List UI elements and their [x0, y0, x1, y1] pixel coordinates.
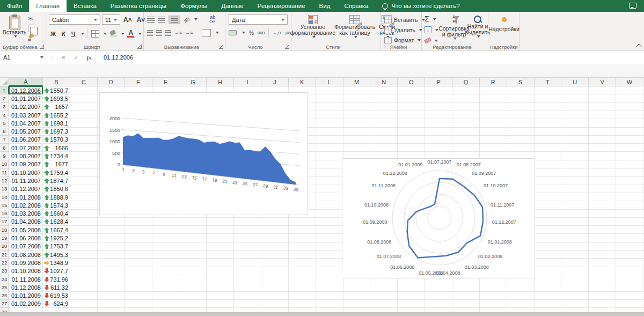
- row-header-13[interactable]: 13: [0, 185, 9, 193]
- wrap-text-button[interactable]: abc↵: [209, 15, 216, 24]
- column-header-D[interactable]: D: [98, 78, 125, 86]
- row-header-25[interactable]: 25: [0, 283, 9, 291]
- cell-A20[interactable]: 01.07.2008: [9, 242, 43, 251]
- align-left-button[interactable]: [147, 30, 153, 36]
- cell-B12[interactable]: 1874,7: [43, 177, 70, 185]
- cell-A14[interactable]: 01.01.2008: [9, 193, 43, 201]
- row-header-21[interactable]: 21: [0, 251, 9, 259]
- cell-A19[interactable]: 01.06.2008: [9, 234, 43, 242]
- row-header-5[interactable]: 5: [0, 119, 9, 127]
- cell-A24[interactable]: 01.11.2008: [9, 275, 43, 283]
- accounting-format-button[interactable]: [229, 30, 237, 35]
- cell-A10[interactable]: 01.09.2007: [9, 160, 43, 168]
- column-header-I[interactable]: I: [234, 78, 261, 86]
- paste-button[interactable]: Вставить: [2, 13, 27, 38]
- cell-A25[interactable]: 01.12.2008: [9, 283, 43, 291]
- cell-A4[interactable]: 01.03.2007: [9, 111, 43, 119]
- row-header-10[interactable]: 10: [0, 160, 9, 168]
- cell-grid[interactable]: 01.12.20061550,701.01.20071693,501.02.20…: [9, 86, 644, 312]
- column-header-M[interactable]: M: [343, 78, 371, 86]
- cell-A3[interactable]: 01.02.2007: [9, 103, 43, 111]
- column-header-W[interactable]: W: [616, 78, 643, 86]
- column-header-R[interactable]: R: [480, 78, 507, 86]
- align-bottom-button[interactable]: [169, 16, 180, 24]
- cell-B15[interactable]: 1574,3: [43, 201, 70, 209]
- orientation-button[interactable]: ab: [182, 15, 191, 23]
- fill-button[interactable]: ↓: [425, 25, 438, 34]
- cell-A2[interactable]: 01.01.2007: [9, 94, 43, 102]
- cell-B17[interactable]: 1628,4: [43, 218, 70, 226]
- cell-B11[interactable]: 1759,4: [43, 168, 70, 177]
- column-header-T[interactable]: T: [535, 78, 562, 86]
- cell-B26[interactable]: 619,53: [43, 292, 70, 300]
- percent-style-button[interactable]: %: [249, 30, 254, 36]
- cell-A8[interactable]: 01.07.2007: [9, 144, 43, 152]
- cell-B1[interactable]: 1550,7: [43, 86, 70, 94]
- cell-A18[interactable]: 01.05.2008: [9, 226, 43, 234]
- column-header-G[interactable]: G: [179, 78, 207, 86]
- cell-B9[interactable]: 1734,4: [43, 152, 70, 160]
- increase-indent-button[interactable]: →≡: [185, 30, 193, 35]
- collapse-ribbon-icon[interactable]: [636, 44, 642, 49]
- column-header-K[interactable]: K: [289, 78, 316, 86]
- italic-button[interactable]: К: [60, 28, 67, 39]
- delete-cells-button[interactable]: Удалить: [384, 25, 425, 34]
- cut-button[interactable]: ✂: [28, 15, 35, 23]
- decrease-indent-button[interactable]: ←≡: [174, 30, 182, 35]
- enter-icon[interactable]: ✓: [70, 54, 83, 61]
- tab-Справка[interactable]: Справка: [337, 0, 375, 12]
- tell-me-search[interactable]: Что вы хотите сделать?: [376, 0, 466, 12]
- row-header-18[interactable]: 18: [0, 226, 9, 234]
- copy-button[interactable]: [28, 25, 34, 32]
- cell-B20[interactable]: 1753,7: [43, 242, 70, 251]
- row-header-20[interactable]: 20: [0, 242, 9, 251]
- select-all-button[interactable]: [0, 78, 9, 86]
- cell-A21[interactable]: 01.08.2008: [9, 251, 43, 259]
- cell-A13[interactable]: 01.12.2007: [9, 185, 43, 193]
- cell-B27[interactable]: 624,9: [43, 300, 70, 308]
- tab-Разметка страницы[interactable]: Разметка страницы: [104, 0, 173, 12]
- cell-B3[interactable]: 1657: [43, 103, 70, 111]
- fill-color-chevron-icon[interactable]: [121, 33, 125, 35]
- column-header-U[interactable]: U: [561, 78, 589, 86]
- cell-A26[interactable]: 01.01.2009: [9, 292, 43, 300]
- font-dialog-launcher-icon[interactable]: [137, 45, 142, 49]
- cell-B8[interactable]: 1666: [43, 144, 70, 152]
- align-center-button[interactable]: [156, 30, 162, 36]
- row-header-9[interactable]: 9: [0, 152, 9, 160]
- cell-B7[interactable]: 1570,3: [43, 136, 70, 144]
- cell-B5[interactable]: 1698,1: [43, 119, 70, 127]
- cell-A6[interactable]: 01.05.2007: [9, 128, 43, 136]
- borders-button[interactable]: [91, 30, 99, 38]
- tab-Рецензирование[interactable]: Рецензирование: [251, 0, 312, 12]
- align-right-button[interactable]: [165, 30, 171, 36]
- cell-B14[interactable]: 1888,9: [43, 193, 70, 201]
- cell-A27[interactable]: 01.02.2009: [9, 300, 43, 308]
- cell-A16[interactable]: 01.03.2008: [9, 210, 43, 218]
- font-size-combo[interactable]: 11: [102, 14, 120, 25]
- cancel-icon[interactable]: ✕: [57, 54, 70, 61]
- cell-B22[interactable]: 1348,9: [43, 259, 70, 267]
- format-as-table-button[interactable]: Форматировать как таблицу: [335, 13, 374, 38]
- column-header-A[interactable]: A: [9, 78, 43, 86]
- row-header-6[interactable]: 6: [0, 128, 9, 136]
- cell-A17[interactable]: 01.04.2008: [9, 218, 43, 226]
- cell-B25[interactable]: 611,32: [43, 283, 70, 291]
- fill-color-button[interactable]: [109, 31, 117, 37]
- tab-Формулы[interactable]: Формулы: [173, 0, 214, 12]
- bold-button[interactable]: Ж: [49, 28, 57, 39]
- cell-A7[interactable]: 01.06.2007: [9, 136, 43, 144]
- column-header-P[interactable]: P: [425, 78, 452, 86]
- row-header-14[interactable]: 14: [0, 193, 9, 201]
- cell-A12[interactable]: 01.11.2007: [9, 177, 43, 185]
- sort-filter-button[interactable]: АЯ Сортировка и фильтр: [441, 13, 467, 40]
- cell-B6[interactable]: 1697,3: [43, 128, 70, 136]
- row-header-19[interactable]: 19: [0, 234, 9, 242]
- addins-button[interactable]: Надстройки: [491, 15, 517, 32]
- formula-input[interactable]: 01.12.2006: [96, 51, 133, 64]
- column-header-V[interactable]: V: [589, 78, 616, 86]
- column-header-J[interactable]: J: [261, 78, 289, 86]
- autosum-button[interactable]: Σ: [425, 14, 438, 24]
- merge-chevron-icon[interactable]: [216, 32, 219, 34]
- row-header-8[interactable]: 8: [0, 144, 9, 152]
